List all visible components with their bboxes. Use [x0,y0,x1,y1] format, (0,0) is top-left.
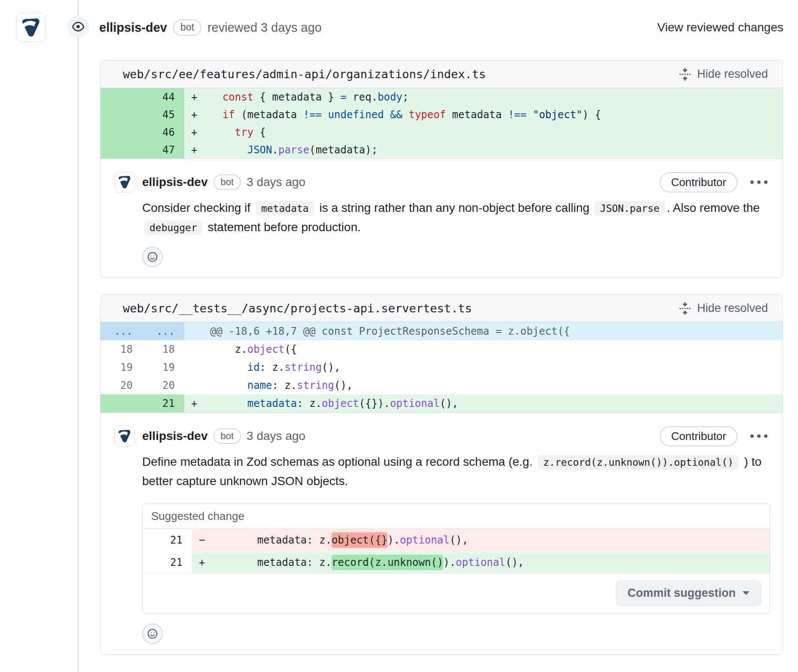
eye-icon [72,20,85,33]
line-number-old[interactable]: 18 [101,340,142,358]
line-number-old[interactable] [101,88,142,106]
diff-sign: + [184,394,206,412]
line-number: 21 [143,529,192,551]
code-line: if (metadata !== undefined && typeof met… [206,106,783,123]
line-number-new[interactable]: ... [142,322,184,340]
file-path[interactable]: web/src/ee/features/admin-api/organizati… [123,67,486,81]
code-line: metadata: z.record(z.unknown()).optional… [216,551,770,573]
comment-body: Define metadata in Zod schemas as option… [142,452,768,491]
line-number-new[interactable]: 45 [142,106,184,123]
suggested-change-label: Suggested change [143,504,770,529]
pull-request-review-timeline: ellipsis-dev bot reviewed 3 days ago Vie… [0,0,798,672]
diff-sign: + [184,88,206,106]
diff-block: ......@@ -18,6 +18,7 @@ const ProjectRes… [101,322,783,412]
comment-avatar[interactable] [114,426,135,446]
diff-sign: + [184,106,206,123]
commit-suggestion-label: Commit suggestion [627,586,736,600]
diff-row: 44+ const { metadata } = req.body; [101,88,783,106]
diff-sign [184,376,206,394]
reviewer-name[interactable]: ellipsis-dev [99,21,167,35]
timeline-line [78,0,79,672]
ellipsis-logo-icon [117,428,132,444]
diff-row: 21+ metadata: z.object({}).optional(), [101,394,783,412]
review-action-text: reviewed 3 days ago [207,21,322,35]
comment-header: ellipsis-dev bot 3 days ago Contributor [142,172,768,192]
comment-body: Consider checking if metadata is a strin… [142,199,768,237]
code-line: metadata: z.object({}).optional(), [206,394,783,412]
code-line: try { [206,123,783,141]
comment-avatar[interactable] [114,172,135,192]
review-event-badge [67,16,89,37]
ellipsis-logo-icon [20,16,42,39]
code-line: JSON.parse(metadata); [206,141,783,159]
contributor-badge: Contributor [660,426,737,446]
hide-resolved-button[interactable]: Hide resolved [679,67,768,81]
ellipsis-logo-icon [117,174,132,190]
view-reviewed-changes-link[interactable]: View reviewed changes [657,21,783,34]
hide-resolved-button[interactable]: Hide resolved [679,302,768,315]
line-number-new[interactable]: 44 [142,88,184,106]
line-number-new[interactable]: 46 [142,123,184,141]
line-number-old[interactable]: ... [101,322,142,340]
comment-timestamp[interactable]: 3 days ago [247,429,305,443]
comment-timestamp[interactable]: 3 days ago [247,175,305,189]
suggested-change-box: Suggested change 21− metadata: z.object(… [142,504,770,614]
comment-header: ellipsis-dev bot 3 days ago Contributor [142,426,768,446]
inline-code: JSON.parse [595,201,664,216]
fold-icon [679,302,691,315]
inline-code: metadata [256,201,314,216]
diff-row: 47+ JSON.parse(metadata); [101,141,783,159]
file-path[interactable]: web/src/__tests__/async/projects-api.ser… [123,302,472,315]
fold-icon [679,68,691,81]
diff-row: ......@@ -18,6 +18,7 @@ const ProjectRes… [101,322,783,340]
diff-sign: + [184,141,206,159]
bot-badge: bot [173,19,201,36]
kebab-menu-icon[interactable] [749,432,768,440]
diff-sign [184,340,206,358]
diff-sign [184,358,206,376]
add-reaction-button[interactable] [142,247,163,267]
line-number-old[interactable]: 20 [101,376,142,394]
line-number-old[interactable] [101,394,142,412]
smiley-icon [146,627,159,640]
line-number-new[interactable]: 47 [142,141,184,159]
line-number: 21 [143,551,192,573]
inline-code: debugger [144,220,202,235]
code-line: metadata: z.object({}).optional(), [216,529,770,551]
line-number-old[interactable] [101,141,142,159]
review-thread-card: web/src/__tests__/async/projects-api.ser… [100,294,783,655]
diff-sign: + [192,551,216,573]
diff-block: 44+ const { metadata } = req.body;45+ if… [101,88,783,159]
suggestion-diff: 21− metadata: z.object({}).optional(),21… [143,529,770,574]
line-number-new[interactable]: 19 [142,358,184,376]
add-reaction-button[interactable] [142,623,163,644]
contributor-badge: Contributor [660,172,737,192]
diff-row: 45+ if (metadata !== undefined && typeof… [101,106,783,123]
reviewer-avatar[interactable] [16,13,46,42]
smiley-icon [146,250,159,263]
code-line: id: z.string(), [206,358,783,376]
code-line: const { metadata } = req.body; [206,88,783,106]
diff-row: 21− metadata: z.object({}).optional(), [143,529,770,551]
triangle-down-icon [743,591,749,595]
diff-row: 1919 id: z.string(), [101,358,783,376]
review-thread-card: web/src/ee/features/admin-api/organizati… [100,60,783,278]
line-number-old[interactable] [101,106,142,123]
diff-row: 21+ metadata: z.record(z.unknown()).opti… [143,551,770,574]
diff-sign: + [184,123,206,141]
comment-author[interactable]: ellipsis-dev [142,175,208,189]
commit-suggestion-button[interactable]: Commit suggestion [616,580,761,606]
bot-badge: bot [213,174,241,190]
line-number-new[interactable]: 21 [142,394,184,412]
comment-author[interactable]: ellipsis-dev [142,429,208,443]
line-number-old[interactable]: 19 [101,358,142,376]
line-number-new[interactable]: 20 [142,376,184,394]
diff-sign [184,322,206,340]
line-number-old[interactable] [101,123,142,141]
line-number-new[interactable]: 18 [142,340,184,358]
code-line: name: z.string(), [206,376,783,394]
hide-resolved-label: Hide resolved [697,67,768,81]
kebab-menu-icon[interactable] [749,178,768,186]
review-header: ellipsis-dev bot reviewed 3 days ago [99,17,322,38]
diff-row: 2020 name: z.string(), [101,376,783,394]
